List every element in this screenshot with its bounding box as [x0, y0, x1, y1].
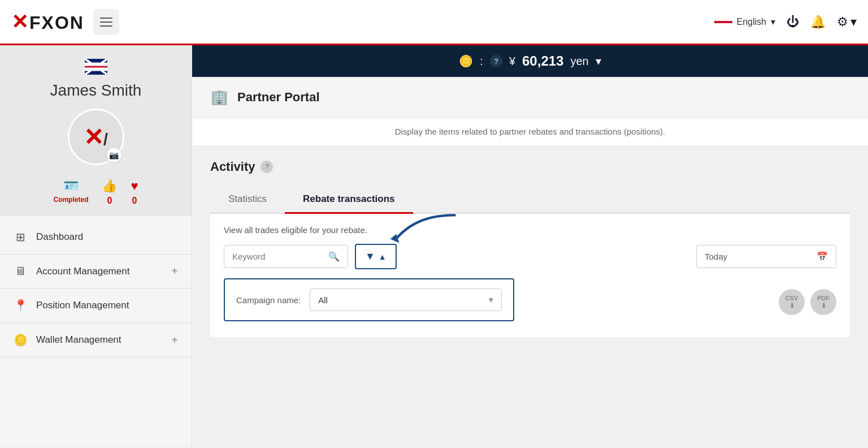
language-selector[interactable]: English ▾ — [714, 16, 775, 28]
avatar-logo: ✕/ — [84, 123, 108, 151]
logo-text: ✕FXON — [11, 10, 84, 34]
keyword-input[interactable] — [232, 252, 324, 261]
sidebar-item-account-label: Account Management — [36, 266, 129, 277]
search-box: 🔍 — [224, 245, 348, 268]
description-text: Display the items related to partner reb… — [395, 127, 666, 136]
campaign-export-row: Campaign name: All ▾ CSV ⬇ PDF — [224, 278, 836, 326]
hamburger-line-1 — [100, 18, 112, 19]
pdf-label: PDF — [817, 295, 830, 301]
heart-icon: ♥ — [131, 179, 138, 193]
balance-help-icon[interactable]: ? — [490, 55, 502, 67]
nav-item-left: ⊞ Dashboard — [14, 230, 83, 244]
pdf-download-icon: ⬇ — [821, 302, 826, 309]
date-picker: 📅 — [696, 245, 836, 268]
partner-portal-icon: 🏢 — [210, 88, 228, 106]
filter-button-container: ▼ ▲ — [355, 244, 397, 269]
thumbs-up-icon: 👍 — [102, 179, 117, 193]
notification-icon[interactable]: 🔔 — [810, 15, 826, 29]
page-title: Partner Portal — [237, 90, 320, 105]
filter-row: 🔍 ▼ ▲ — [224, 244, 836, 269]
page-header: 🏢 Partner Portal — [192, 77, 868, 118]
campaign-select-value: All — [318, 295, 328, 305]
pdf-export-button[interactable]: PDF ⬇ — [810, 289, 836, 315]
profile-avatar-wrapper: ✕/ 📷 — [68, 109, 124, 165]
sidebar-item-dashboard-label: Dashboard — [36, 231, 83, 243]
balance-chevron-icon[interactable]: ▾ — [596, 54, 601, 68]
date-input[interactable] — [705, 252, 812, 261]
filter-description: View all trades eligible for your rebate… — [224, 225, 836, 235]
calendar-icon[interactable]: 📅 — [817, 251, 828, 262]
nav-left: ✕FXON — [11, 9, 119, 35]
sidebar: James Smith ✕/ 📷 🪪 Completed 👍 0 — [0, 45, 192, 446]
balance-unit: yen — [570, 55, 588, 68]
nav-item-left: 🪙 Wallet Management — [14, 333, 121, 347]
settings-chevron-icon: ▾ — [850, 15, 857, 29]
monitor-icon: 🖥 — [14, 265, 27, 278]
sidebar-item-account-management[interactable]: 🖥 Account Management + — [0, 255, 192, 288]
tabs-bar: Statistics Rebate transactions — [210, 186, 850, 214]
activity-title: Activity — [210, 160, 255, 174]
balance-currency-symbol: ¥ — [509, 55, 515, 68]
sidebar-item-position-label: Position Management — [36, 300, 129, 311]
sidebar-item-dashboard[interactable]: ⊞ Dashboard — [0, 220, 192, 255]
stat-hearts-count: 0 — [132, 196, 137, 206]
power-icon[interactable]: ⏻ — [787, 15, 799, 29]
nav-item-left: 🖥 Account Management — [14, 265, 129, 278]
hamburger-button[interactable] — [93, 9, 119, 35]
nav-item-left: 📍 Position Management — [14, 299, 129, 312]
camera-button[interactable]: 📷 — [106, 147, 122, 163]
hamburger-line-2 — [100, 21, 112, 23]
balance-separator: : — [480, 55, 483, 68]
language-chevron-icon: ▾ — [771, 16, 775, 27]
profile-flag — [9, 59, 183, 81]
pin-icon: 📍 — [14, 299, 27, 312]
tab-rebate-transactions[interactable]: Rebate transactions — [285, 186, 413, 213]
wallet-icon: 🪙 — [14, 333, 27, 347]
campaign-filter-row: Campaign name: All ▾ — [224, 278, 514, 321]
logo: ✕FXON — [11, 10, 84, 34]
csv-export-button[interactable]: CSV ⬇ — [779, 289, 805, 315]
activity-header: Activity ? — [210, 160, 850, 174]
filter-section: View all trades eligible for your rebate… — [210, 214, 850, 337]
sidebar-item-position-management[interactable]: 📍 Position Management — [0, 288, 192, 323]
sidebar-item-wallet-label: Wallet Management — [36, 334, 121, 346]
account-management-plus-icon[interactable]: + — [171, 265, 178, 278]
wallet-balance-icon: 🪙 — [459, 54, 473, 68]
logo-x-icon: ✕ — [11, 10, 29, 33]
stat-likes: 👍 0 — [102, 179, 117, 206]
arrow-annotation — [385, 210, 465, 255]
search-icon: 🔍 — [328, 251, 340, 262]
hamburger-line-3 — [100, 25, 112, 27]
page-description: Display the items related to partner reb… — [192, 118, 868, 146]
profile-stats: 🪪 Completed 👍 0 ♥ 0 — [9, 174, 183, 206]
balance-amount: 60,213 — [522, 53, 563, 69]
stat-hearts: ♥ 0 — [131, 179, 138, 206]
main-layout: James Smith ✕/ 📷 🪪 Completed 👍 0 — [0, 45, 868, 446]
csv-label: CSV — [785, 295, 798, 301]
gear-icon: ⚙ — [837, 15, 848, 29]
id-card-icon: 🪪 — [63, 179, 79, 193]
stat-completed: 🪪 Completed — [53, 179, 88, 206]
sidebar-nav: ⊞ Dashboard 🖥 Account Management + 📍 Pos… — [0, 216, 192, 362]
profile-section: James Smith ✕/ 📷 🪪 Completed 👍 0 — [0, 45, 192, 216]
filter-icon: ▼ — [365, 251, 375, 262]
uk-flag-icon — [714, 16, 732, 28]
language-label: English — [737, 17, 766, 27]
main-content: 🪙 : ? ¥ 60,213 yen ▾ 🏢 Partner Portal Di… — [192, 45, 868, 446]
settings-button[interactable]: ⚙ ▾ — [837, 15, 857, 29]
tab-statistics[interactable]: Statistics — [210, 186, 285, 213]
campaign-select[interactable]: All ▾ — [310, 288, 502, 311]
wallet-management-plus-icon[interactable]: + — [171, 334, 178, 347]
sidebar-item-wallet-management[interactable]: 🪙 Wallet Management + — [0, 323, 192, 357]
stat-likes-count: 0 — [107, 196, 112, 206]
nav-right: English ▾ ⏻ 🔔 ⚙ ▾ — [714, 15, 857, 29]
activity-section: Activity ? Statistics Rebate transaction… — [192, 146, 868, 337]
campaign-label: Campaign name: — [236, 295, 301, 305]
stat-completed-label: Completed — [53, 196, 88, 204]
activity-help-icon[interactable]: ? — [261, 161, 273, 173]
export-buttons: CSV ⬇ PDF ⬇ — [779, 289, 836, 315]
profile-flag-icon — [85, 59, 107, 75]
balance-bar: 🪙 : ? ¥ 60,213 yen ▾ — [192, 45, 868, 77]
top-navigation: ✕FXON English ▾ ⏻ 🔔 ⚙ ▾ — [0, 0, 868, 45]
dashboard-icon: ⊞ — [14, 230, 27, 244]
